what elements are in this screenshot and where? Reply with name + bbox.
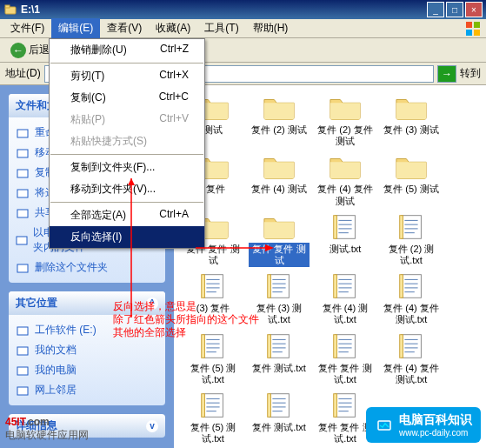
file-label: 复件 测试.txt — [250, 421, 308, 434]
menu-item[interactable]: 复制(C)Ctrl+C — [50, 87, 204, 109]
file-item[interactable]: 复件 (4) 测试.txt — [315, 272, 376, 326]
go-button[interactable]: → — [437, 65, 456, 83]
svg-rect-78 — [400, 334, 403, 358]
svg-rect-25 — [402, 215, 422, 238]
rename-icon — [16, 126, 30, 140]
menu-edit[interactable]: 编辑(E) — [51, 18, 100, 38]
folder-item[interactable]: 复件 (2) 复件 测试 — [315, 94, 376, 148]
collapse-icon: ^ — [146, 298, 158, 310]
file-item[interactable]: 复件 测试.txt — [249, 332, 310, 386]
folder-item[interactable]: 复件 复件 测试 — [249, 213, 310, 267]
svg-rect-90 — [268, 394, 271, 418]
menu-item[interactable]: 移动到文件夹(V)... — [50, 178, 204, 200]
svg-rect-13 — [17, 237, 27, 244]
folder-item[interactable]: 复件 (3) 测试 — [381, 94, 442, 148]
file-label: 复件 (4) 复件 测试.txt — [381, 302, 442, 326]
svg-rect-19 — [336, 215, 356, 238]
folder-icon — [3, 3, 17, 17]
file-label: 复件 (5) 测试 — [382, 183, 441, 196]
svg-rect-36 — [202, 275, 205, 298]
file-item[interactable]: 复件 (2) 测试.txt — [381, 213, 442, 267]
task-label: 网上邻居 — [35, 383, 77, 398]
web-icon — [16, 186, 30, 200]
svg-rect-31 — [203, 275, 223, 298]
email-icon — [16, 233, 28, 247]
task-label: 我的电脑 — [35, 363, 77, 378]
menu-item[interactable]: 反向选择(I) — [50, 226, 204, 248]
svg-rect-14 — [17, 264, 28, 272]
maximize-button[interactable]: □ — [446, 2, 463, 17]
file-label: 复件 (2) 复件 测试 — [315, 124, 376, 148]
file-label: 复件 (4) 测试.txt — [315, 302, 376, 326]
file-item[interactable]: 复件 (5) 测试.txt — [183, 332, 243, 386]
svg-rect-91 — [336, 394, 356, 418]
other-panel-head[interactable]: 其它位置 ^ — [9, 291, 165, 315]
menu-item[interactable]: 撤销删除(U)Ctrl+Z — [50, 39, 204, 61]
folder-item[interactable]: 复件 (2) 测试 — [249, 94, 310, 148]
svg-rect-16 — [17, 347, 28, 355]
task-item[interactable]: 我的电脑 — [16, 360, 158, 380]
close-button[interactable]: × — [465, 2, 483, 17]
menu-separator — [50, 63, 203, 64]
svg-rect-4 — [466, 30, 472, 36]
menu-item[interactable]: 剪切(T)Ctrl+X — [50, 65, 204, 87]
file-label: 复件 (4) 复件 测试 — [315, 183, 376, 207]
task-item[interactable]: 删除这个文件夹 — [16, 257, 158, 277]
svg-rect-15 — [17, 327, 28, 335]
svg-rect-42 — [268, 275, 271, 298]
svg-rect-43 — [336, 275, 356, 298]
menu-favorites[interactable]: 收藏(A) — [149, 18, 197, 38]
task-label: 删除这个文件夹 — [35, 260, 108, 275]
file-label: 复件 复件 测试.txt — [315, 362, 376, 386]
bottom-right-logo: 电脑百科知识 www.pc-daily.com — [366, 407, 481, 443]
menu-help[interactable]: 帮助(H) — [246, 18, 296, 38]
file-item[interactable]: 复件 (5) 测试.txt — [183, 391, 243, 445]
other-places-panel: 其它位置 ^ 工作软件 (E:)我的文档我的电脑网上邻居 — [9, 291, 165, 405]
file-item[interactable]: 复件 复件 测试.txt — [315, 332, 376, 386]
delete-icon — [16, 261, 30, 275]
file-label: 复件 (5) 测试.txt — [183, 362, 243, 386]
svg-rect-18 — [17, 387, 28, 395]
go-label: 转到 — [460, 66, 481, 81]
svg-rect-5 — [474, 30, 480, 36]
svg-rect-11 — [17, 190, 28, 197]
file-item[interactable]: 复件 (4) 复件 测试.txt — [381, 272, 442, 326]
menu-file[interactable]: 文件(F) — [3, 18, 51, 38]
task-label: 我的文档 — [35, 343, 77, 358]
file-item[interactable]: 复件 测试.txt — [249, 391, 310, 445]
file-item[interactable]: 测试.txt — [315, 213, 376, 267]
file-item[interactable]: 复件 (3) 测试.txt — [249, 272, 310, 326]
back-arrow-icon: ← — [10, 43, 26, 58]
file-label: 复件 测试.txt — [250, 362, 308, 375]
task-item[interactable]: 工作软件 (E:) — [16, 320, 158, 340]
file-label: 复件 (3) 测试.txt — [249, 302, 310, 326]
other-panel-title: 其它位置 — [16, 296, 57, 311]
svg-rect-72 — [334, 334, 337, 358]
folder-item[interactable]: 复件 (4) 测试 — [249, 153, 310, 207]
svg-rect-3 — [474, 22, 480, 28]
svg-rect-8 — [17, 130, 28, 137]
svg-rect-60 — [202, 334, 205, 358]
menu-item[interactable]: 全部选定(A)Ctrl+A — [50, 204, 204, 226]
share-icon — [16, 206, 30, 220]
file-item[interactable]: 复件 (4) 复件 测试.txt — [381, 332, 442, 386]
menu-tools[interactable]: 工具(T) — [197, 18, 245, 38]
menubar: 文件(F) 编辑(E) 查看(V) 收藏(A) 工具(T) 帮助(H) — [0, 19, 486, 38]
folder-item[interactable]: 复件 (4) 复件 测试 — [315, 153, 376, 207]
svg-rect-37 — [270, 275, 290, 298]
folder-item[interactable]: 复件 (5) 测试 — [381, 153, 442, 207]
task-item[interactable]: 我的文档 — [16, 340, 158, 360]
computer-icon — [16, 364, 30, 378]
file-item[interactable]: (3) 复件 — [183, 272, 243, 326]
window-title: E:\1 — [21, 3, 427, 16]
menu-separator — [50, 202, 203, 203]
menu-view[interactable]: 查看(V) — [100, 18, 149, 38]
task-item[interactable]: 网上邻居 — [16, 380, 158, 400]
svg-rect-96 — [334, 394, 337, 418]
bottom-left-logo: 45IT.com 电脑软硬件应用网 — [5, 416, 89, 443]
network-icon — [16, 384, 30, 398]
menu-item[interactable]: 复制到文件夹(F)... — [50, 157, 204, 178]
svg-rect-12 — [17, 210, 28, 217]
svg-rect-79 — [203, 394, 223, 418]
minimize-button[interactable]: _ — [427, 2, 444, 17]
